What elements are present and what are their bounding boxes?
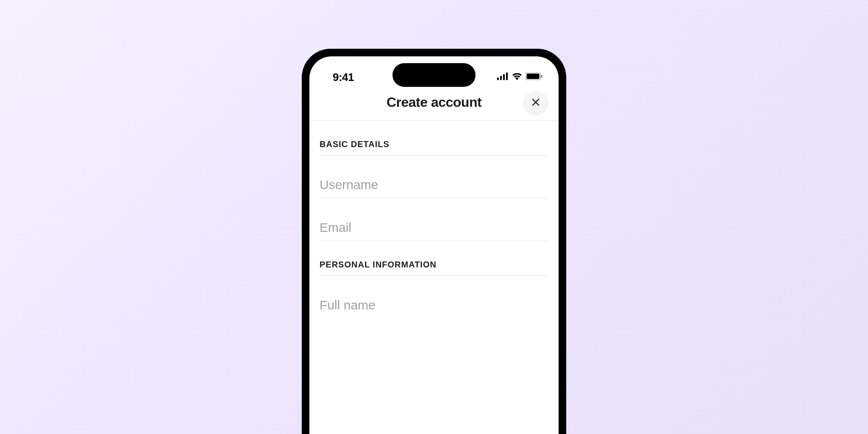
form-field-email xyxy=(320,198,548,241)
form-field-fullname xyxy=(320,276,548,318)
wifi-icon xyxy=(512,72,522,82)
svg-rect-1 xyxy=(500,76,502,80)
close-icon xyxy=(531,98,540,108)
svg-rect-5 xyxy=(527,74,540,79)
page-title: Create account xyxy=(387,95,481,110)
svg-rect-2 xyxy=(503,74,505,80)
status-bar-icons xyxy=(497,72,542,82)
cellular-signal-icon xyxy=(497,72,509,82)
svg-rect-3 xyxy=(506,72,508,80)
svg-rect-6 xyxy=(541,75,542,78)
section-header-personal: PERSONAL INFORMATION xyxy=(320,241,548,276)
section-header-basic: BASIC DETAILS xyxy=(320,121,548,156)
svg-rect-0 xyxy=(497,78,499,80)
email-input[interactable] xyxy=(320,220,548,235)
dynamic-island xyxy=(392,63,476,87)
battery-icon xyxy=(526,72,542,82)
username-input[interactable] xyxy=(320,178,548,192)
fullname-input[interactable] xyxy=(320,298,548,312)
form-content: BASIC DETAILS PERSONAL INFORMATION xyxy=(309,121,559,318)
close-button[interactable] xyxy=(523,90,548,116)
navigation-header: Create account xyxy=(309,89,559,121)
phone-frame: 9:41 xyxy=(302,49,566,434)
status-bar-time: 9:41 xyxy=(333,71,354,84)
phone-screen: 9:41 xyxy=(309,56,559,434)
form-field-username xyxy=(320,156,548,198)
